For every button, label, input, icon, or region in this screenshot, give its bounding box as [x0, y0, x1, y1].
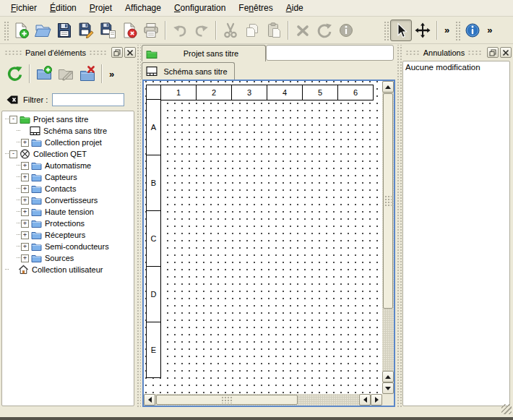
- cut-button[interactable]: [220, 20, 241, 41]
- collapse-toggle[interactable]: -: [9, 150, 17, 158]
- open-file-button[interactable]: [32, 20, 53, 41]
- delete-button[interactable]: [292, 20, 314, 41]
- close-file-button[interactable]: [118, 20, 140, 41]
- delete-icon: [294, 22, 311, 39]
- dock-drag-handle[interactable]: [89, 50, 107, 56]
- new-category-button[interactable]: [33, 63, 55, 85]
- tab-project[interactable]: Projet sans titre: [142, 45, 266, 61]
- save-all-button[interactable]: [97, 20, 118, 41]
- toolbar-drag-handle[interactable]: [3, 20, 9, 40]
- tree-item-haute-tension[interactable]: +Haute tension: [2, 206, 134, 218]
- tree-item-contacts[interactable]: +Contacts: [2, 183, 134, 194]
- expand-toggle[interactable]: +: [21, 197, 29, 205]
- resize-grip[interactable]: [501, 404, 512, 414]
- menu-fenetres[interactable]: Fenêtres: [232, 1, 279, 15]
- move-button[interactable]: [412, 20, 434, 41]
- tree-item-capteurs[interactable]: +Capteurs: [2, 171, 134, 183]
- menu-fichier[interactable]: Fichier: [4, 1, 43, 15]
- expand-toggle[interactable]: +: [21, 208, 29, 216]
- dock-drag-handle[interactable]: [4, 50, 22, 56]
- float-panel-button[interactable]: [487, 47, 499, 58]
- tree-item-convertisseurs[interactable]: +Convertisseurs: [2, 194, 134, 206]
- toolbar-drag-handle[interactable]: [383, 20, 389, 40]
- reload-button[interactable]: [4, 63, 26, 85]
- rotate-button[interactable]: [314, 20, 335, 41]
- tree-indent: [9, 267, 16, 273]
- toolbar-overflow-button[interactable]: »: [441, 25, 453, 35]
- expand-toggle[interactable]: +: [21, 185, 29, 193]
- project-folder-icon: [146, 48, 158, 59]
- about-button[interactable]: [462, 20, 483, 41]
- scroll-up-button[interactable]: [382, 81, 394, 93]
- expand-toggle[interactable]: +: [21, 139, 29, 147]
- horizontal-scrollbar[interactable]: [144, 394, 382, 406]
- tree-item-collection-projet[interactable]: +Collection projet: [2, 137, 134, 148]
- clear-filter-icon[interactable]: [6, 93, 19, 106]
- row-label-c: C: [146, 210, 161, 267]
- save-all-icon: [99, 22, 116, 39]
- folder-blue-icon: [31, 195, 42, 205]
- scroll-left-button[interactable]: [359, 394, 371, 406]
- info-button[interactable]: [335, 20, 357, 41]
- close-panel-button[interactable]: [500, 47, 512, 58]
- column-ruler: 123456: [146, 85, 374, 100]
- paste-button[interactable]: [263, 20, 285, 41]
- dock-drag-handle[interactable]: [467, 50, 483, 56]
- delete-category-button[interactable]: [77, 63, 98, 85]
- expand-toggle[interactable]: +: [21, 220, 29, 228]
- redo-button[interactable]: [191, 20, 212, 41]
- vertical-scrollbar-thumb[interactable]: [383, 93, 393, 309]
- expand-toggle[interactable]: +: [21, 243, 29, 251]
- tree-item-collection-qet[interactable]: -Collection QET: [2, 148, 134, 160]
- menu-affichage[interactable]: Affichage: [118, 1, 168, 15]
- expand-toggle[interactable]: +: [21, 162, 29, 170]
- vertical-scrollbar[interactable]: [382, 81, 394, 394]
- menu-configuration[interactable]: Configuration: [168, 1, 232, 15]
- print-button[interactable]: [140, 20, 162, 41]
- tree-item-label: Contacts: [45, 184, 76, 193]
- collapse-toggle[interactable]: -: [9, 116, 17, 124]
- tree-item-semi-conducteurs[interactable]: +Semi-conducteurs: [2, 241, 134, 252]
- expand-toggle[interactable]: +: [21, 173, 29, 181]
- tree-item-collection-utilisateur[interactable]: Collection utilisateur: [2, 264, 134, 275]
- tree-item-schema-sans-titre[interactable]: Schéma sans titre: [2, 125, 134, 137]
- expand-toggle[interactable]: +: [21, 231, 29, 239]
- scroll-up-button[interactable]: [382, 371, 394, 382]
- tree-item-protections[interactable]: +Protections: [2, 218, 134, 229]
- tree-item-projet-sans-titre[interactable]: -Projet sans titre: [2, 113, 134, 125]
- horizontal-scrollbar-thumb[interactable]: [156, 395, 298, 405]
- toolbar-overflow-button[interactable]: »: [105, 69, 118, 80]
- undo-button[interactable]: [169, 20, 191, 41]
- dock-drag-handle[interactable]: [405, 50, 421, 56]
- filter-input[interactable]: [52, 93, 124, 106]
- scroll-right-button[interactable]: [371, 394, 382, 406]
- right-splitter[interactable]: [396, 45, 402, 408]
- tree-item-recepteurs[interactable]: +Récepteurs: [2, 229, 134, 241]
- save-button[interactable]: [53, 20, 75, 41]
- tree-item-label: Collection projet: [45, 138, 102, 147]
- scroll-down-button[interactable]: [382, 382, 394, 394]
- schema-icon: [30, 126, 40, 136]
- undo-list-item[interactable]: Aucune modification: [403, 61, 509, 73]
- undo-list: Aucune modification: [402, 61, 510, 406]
- edit-category-button[interactable]: [55, 63, 77, 85]
- diagram-canvas[interactable]: 123456 ABCDE: [144, 81, 382, 394]
- menu-aide[interactable]: Aide: [280, 1, 310, 15]
- save-as-button[interactable]: [75, 20, 97, 41]
- menu-edition[interactable]: Édition: [43, 1, 83, 15]
- tree-item-automatisme[interactable]: +Automatisme: [2, 160, 134, 171]
- tab-diagram[interactable]: Schéma sans titre: [142, 62, 235, 80]
- copy-button[interactable]: [241, 20, 263, 41]
- toolbar-overflow-button[interactable]: »: [483, 25, 496, 35]
- menu-projet[interactable]: Projet: [83, 1, 118, 15]
- left-splitter[interactable]: [136, 45, 141, 408]
- new-file-button[interactable]: [10, 20, 32, 41]
- expand-toggle[interactable]: +: [21, 254, 29, 262]
- tree-item-sources[interactable]: +Sources: [2, 252, 134, 264]
- float-panel-button[interactable]: [111, 47, 123, 58]
- scroll-left-button[interactable]: [144, 394, 155, 406]
- close-panel-button[interactable]: [124, 47, 136, 58]
- toolbar-drag-handle[interactable]: [454, 20, 460, 40]
- select-button[interactable]: [390, 20, 412, 41]
- delete-category-icon: [79, 65, 96, 82]
